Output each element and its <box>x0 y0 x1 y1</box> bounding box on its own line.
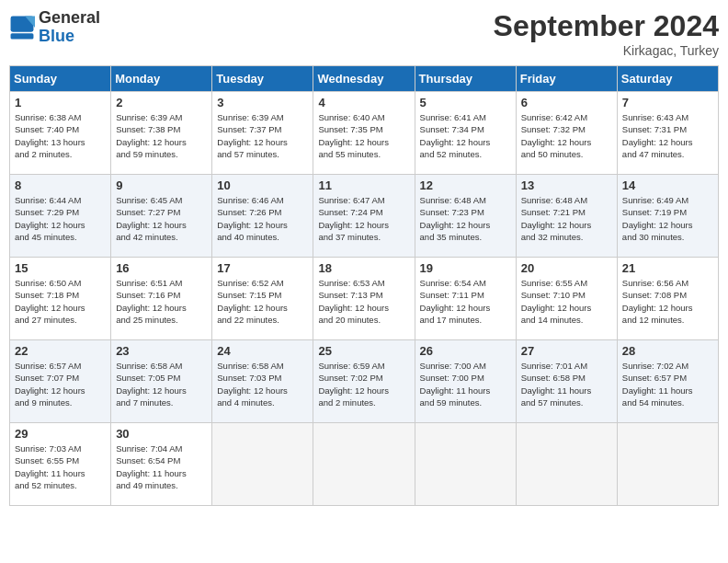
col-monday: Monday <box>111 66 212 92</box>
logo: General Blue <box>9 9 100 46</box>
table-cell-8: 8Sunrise: 6:44 AMSunset: 7:29 PMDaylight… <box>10 175 111 258</box>
logo-icon <box>9 15 35 40</box>
table-cell-30: 30Sunrise: 7:04 AMSunset: 6:54 PMDayligh… <box>111 423 212 506</box>
col-sunday: Sunday <box>10 66 111 92</box>
table-cell-12: 12Sunrise: 6:48 AMSunset: 7:23 PMDayligh… <box>415 175 516 258</box>
table-cell-9: 9Sunrise: 6:45 AMSunset: 7:27 PMDaylight… <box>111 175 212 258</box>
table-cell-22: 22Sunrise: 6:57 AMSunset: 7:07 PMDayligh… <box>10 340 111 423</box>
table-cell-5: 5Sunrise: 6:41 AMSunset: 7:34 PMDaylight… <box>415 92 516 175</box>
table-cell-15: 15Sunrise: 6:50 AMSunset: 7:18 PMDayligh… <box>10 258 111 340</box>
table-cell-empty-44 <box>415 423 516 506</box>
table-cell-2: 2Sunrise: 6:39 AMSunset: 7:38 PMDaylight… <box>111 92 212 175</box>
table-cell-1: 1Sunrise: 6:38 AMSunset: 7:40 PMDaylight… <box>10 92 111 175</box>
calendar-table: Sunday Monday Tuesday Wednesday Thursday… <box>9 65 719 506</box>
table-cell-empty-42 <box>212 423 313 506</box>
table-cell-24: 24Sunrise: 6:58 AMSunset: 7:03 PMDayligh… <box>212 340 313 423</box>
col-thursday: Thursday <box>415 66 516 92</box>
table-cell-27: 27Sunrise: 7:01 AMSunset: 6:58 PMDayligh… <box>516 340 617 423</box>
col-friday: Friday <box>516 66 617 92</box>
table-cell-20: 20Sunrise: 6:55 AMSunset: 7:10 PMDayligh… <box>516 258 617 340</box>
logo-text: General Blue <box>39 9 100 46</box>
location: Kirkagac, Turkey <box>494 43 719 58</box>
table-cell-empty-45 <box>516 423 617 506</box>
header-row: Sunday Monday Tuesday Wednesday Thursday… <box>10 66 719 92</box>
table-cell-empty-46 <box>617 423 718 506</box>
svg-rect-1 <box>11 33 34 39</box>
col-saturday: Saturday <box>617 66 718 92</box>
table-cell-11: 11Sunrise: 6:47 AMSunset: 7:24 PMDayligh… <box>313 175 415 258</box>
table-cell-4: 4Sunrise: 6:40 AMSunset: 7:35 PMDaylight… <box>313 92 415 175</box>
table-cell-21: 21Sunrise: 6:56 AMSunset: 7:08 PMDayligh… <box>617 258 718 340</box>
table-cell-14: 14Sunrise: 6:49 AMSunset: 7:19 PMDayligh… <box>617 175 718 258</box>
table-cell-26: 26Sunrise: 7:00 AMSunset: 7:00 PMDayligh… <box>415 340 516 423</box>
table-cell-7: 7Sunrise: 6:43 AMSunset: 7:31 PMDaylight… <box>617 92 718 175</box>
col-tuesday: Tuesday <box>212 66 313 92</box>
table-cell-empty-43 <box>313 423 415 506</box>
table-cell-13: 13Sunrise: 6:48 AMSunset: 7:21 PMDayligh… <box>516 175 617 258</box>
col-wednesday: Wednesday <box>313 66 415 92</box>
table-cell-3: 3Sunrise: 6:39 AMSunset: 7:37 PMDaylight… <box>212 92 313 175</box>
table-cell-16: 16Sunrise: 6:51 AMSunset: 7:16 PMDayligh… <box>111 258 212 340</box>
table-cell-17: 17Sunrise: 6:52 AMSunset: 7:15 PMDayligh… <box>212 258 313 340</box>
table-cell-28: 28Sunrise: 7:02 AMSunset: 6:57 PMDayligh… <box>617 340 718 423</box>
table-cell-23: 23Sunrise: 6:58 AMSunset: 7:05 PMDayligh… <box>111 340 212 423</box>
title-area: September 2024 Kirkagac, Turkey <box>494 9 719 58</box>
table-cell-25: 25Sunrise: 6:59 AMSunset: 7:02 PMDayligh… <box>313 340 415 423</box>
table-cell-29: 29Sunrise: 7:03 AMSunset: 6:55 PMDayligh… <box>10 423 111 506</box>
table-cell-6: 6Sunrise: 6:42 AMSunset: 7:32 PMDaylight… <box>516 92 617 175</box>
month-title: September 2024 <box>494 9 719 43</box>
table-cell-19: 19Sunrise: 6:54 AMSunset: 7:11 PMDayligh… <box>415 258 516 340</box>
table-cell-18: 18Sunrise: 6:53 AMSunset: 7:13 PMDayligh… <box>313 258 415 340</box>
header: General Blue September 2024 Kirkagac, Tu… <box>9 9 719 58</box>
table-cell-10: 10Sunrise: 6:46 AMSunset: 7:26 PMDayligh… <box>212 175 313 258</box>
